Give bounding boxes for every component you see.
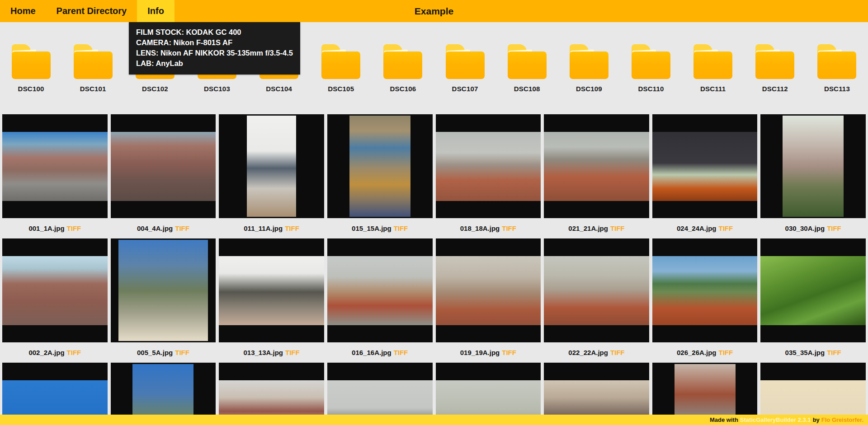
photo-caption: 026_26A.jpgTIFF [652,342,758,363]
nav-item-home[interactable]: Home [0,0,46,22]
folder-label: DSC109 [558,85,620,93]
photo-filename-link[interactable]: 013_13A.jpg [243,349,283,356]
gallery-cell: 013_13A.jpgTIFF [219,238,324,363]
photo-thumbnail-022_22A.jpg[interactable] [544,238,649,342]
folder-dsc106[interactable]: DSC106 [372,44,434,93]
folder-label: DSC113 [806,85,868,93]
photo-image [544,132,649,201]
photo-caption: 001_1A.jpgTIFF [2,218,108,238]
photo-tiff-link[interactable]: TIFF [285,349,300,356]
photo-tiff-link[interactable]: TIFF [394,224,408,232]
photo-gallery: 001_1A.jpgTIFF004_4A.jpgTIFF011_11A.jpgT… [0,114,868,425]
photo-thumbnail-004_4A.jpg[interactable] [111,114,216,218]
photo-filename-link[interactable]: 022_22A.jpg [568,349,608,356]
photo-tiff-link[interactable]: TIFF [502,224,516,232]
photo-thumbnail-024_24A.jpg[interactable] [652,114,758,218]
photo-image [2,256,108,325]
photo-tiff-link[interactable]: TIFF [285,224,299,232]
photo-caption: 030_30A.jpgTIFF [760,218,866,238]
photo-caption: 035_35A.jpgTIFF [760,342,866,363]
photo-filename-link[interactable]: 001_1A.jpg [28,224,64,232]
photo-tiff-link[interactable]: TIFF [67,224,81,232]
folder-dsc108[interactable]: DSC108 [496,44,558,93]
photo-filename-link[interactable]: 030_30A.jpg [785,224,825,232]
photo-caption: 019_19A.jpgTIFF [436,342,541,363]
photo-filename-link[interactable]: 019_19A.jpg [460,349,500,356]
photo-image [783,116,844,216]
footer-builder-link[interactable]: StaticGalleryBuilder 2.3.1 [740,416,811,423]
photo-thumbnail-015_15A.jpg[interactable] [327,114,433,218]
folder-dsc101[interactable]: DSC101 [62,44,124,93]
folder-label: DSC103 [186,85,248,93]
gallery-cell: 018_18A.jpgTIFF [436,114,541,238]
photo-thumbnail-001_1A.jpg[interactable] [2,114,108,218]
photo-image [349,116,410,216]
photo-tiff-link[interactable]: TIFF [827,224,841,232]
photo-filename-link[interactable]: 011_11A.jpg [244,224,283,232]
photo-image [652,132,758,201]
info-tooltip-line: FILM STOCK: KODAK GC 400 [136,27,293,37]
photo-filename-link[interactable]: 016_16A.jpg [352,349,392,356]
photo-thumbnail-011_11A.jpg[interactable] [219,114,324,218]
gallery-cell: 015_15A.jpgTIFF [327,114,433,238]
photo-filename-link[interactable]: 018_18A.jpg [460,224,500,232]
folder-dsc112[interactable]: DSC112 [744,44,806,93]
photo-tiff-link[interactable]: TIFF [719,349,733,356]
photo-thumbnail-018_18A.jpg[interactable] [436,114,541,218]
photo-thumbnail-016_16A.jpg[interactable] [327,238,433,342]
footer-author-link[interactable]: Flo Greistorfer. [821,416,863,423]
photo-filename-link[interactable]: 005_5A.jpg [137,349,173,356]
photo-tiff-link[interactable]: TIFF [394,349,408,356]
nav-item-info[interactable]: Info [137,0,175,22]
photo-filename-link[interactable]: 004_4A.jpg [137,224,173,232]
folder-dsc107[interactable]: DSC107 [434,44,496,93]
footer-by: by [813,416,820,423]
footer-made-with: Made with [710,416,738,423]
photo-thumbnail-019_19A.jpg[interactable] [436,238,541,342]
nav-item-parent-directory[interactable]: Parent Directory [46,0,137,22]
photo-tiff-link[interactable]: TIFF [175,349,189,356]
photo-image [2,132,108,201]
photo-tiff-link[interactable]: TIFF [827,349,841,356]
photo-tiff-link[interactable]: TIFF [67,349,81,356]
photo-tiff-link[interactable]: TIFF [175,224,189,232]
folder-dsc113[interactable]: DSC113 [806,44,868,93]
gallery-cell: 019_19A.jpgTIFF [436,238,541,363]
photo-tiff-link[interactable]: TIFF [610,224,625,232]
gallery-cell: 021_21A.jpgTIFF [544,114,649,238]
folder-dsc100[interactable]: DSC100 [0,44,62,93]
photo-image [247,116,296,216]
photo-filename-link[interactable]: 024_24A.jpg [677,224,717,232]
folder-dsc105[interactable]: DSC105 [310,44,372,93]
photo-tiff-link[interactable]: TIFF [719,224,733,232]
photo-image [652,256,758,325]
photo-image [760,256,866,325]
folder-icon [570,44,609,79]
folder-dsc111[interactable]: DSC111 [682,44,744,93]
folder-label: DSC101 [62,85,124,93]
gallery-cell: 026_26A.jpgTIFF [652,238,758,363]
photo-filename-link[interactable]: 035_35A.jpg [785,349,825,356]
photo-thumbnail-013_13A.jpg[interactable] [219,238,324,342]
photo-thumbnail-002_2A.jpg[interactable] [2,238,108,342]
photo-thumbnail-030_30A.jpg[interactable] [760,114,866,218]
photo-filename-link[interactable]: 002_2A.jpg [28,349,64,356]
photo-caption: 018_18A.jpgTIFF [436,218,541,238]
folder-dsc110[interactable]: DSC110 [620,44,682,93]
gallery-cell: 022_22A.jpgTIFF [544,238,649,363]
photo-image [327,256,433,325]
photo-filename-link[interactable]: 015_15A.jpg [352,224,392,232]
photo-thumbnail-035_35A.jpg[interactable] [760,238,866,342]
photo-filename-link[interactable]: 021_21A.jpg [568,224,608,232]
photo-filename-link[interactable]: 026_26A.jpg [677,349,717,356]
photo-thumbnail-021_21A.jpg[interactable] [544,114,649,218]
photo-tiff-link[interactable]: TIFF [610,349,625,356]
photo-thumbnail-026_26A.jpg[interactable] [652,238,758,342]
folder-dsc109[interactable]: DSC109 [558,44,620,93]
gallery-cell: 005_5A.jpgTIFF [111,238,216,363]
gallery-cell: 024_24A.jpgTIFF [652,114,758,238]
photo-thumbnail-005_5A.jpg[interactable] [111,238,216,342]
folder-label: DSC106 [372,85,434,93]
photo-tiff-link[interactable]: TIFF [502,349,516,356]
photo-caption: 015_15A.jpgTIFF [327,218,433,238]
